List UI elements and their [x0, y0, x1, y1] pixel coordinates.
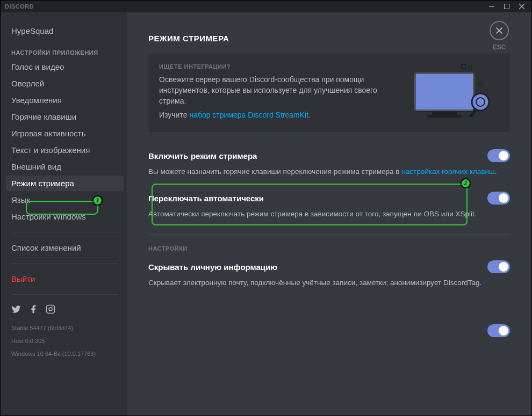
sidebar-item-language[interactable]: Язык: [6, 192, 124, 208]
sidebar-item-keybinds[interactable]: Горячие клавиши: [6, 109, 124, 125]
keybind-settings-link[interactable]: настройках горячих клавиш: [401, 167, 495, 176]
promo-heading: ИЩЕТЕ ИНТЕГРАЦИИ?: [159, 63, 397, 70]
section-divider: [148, 234, 510, 235]
setting-auto-toggle: Переключать автоматически Автоматически …: [148, 192, 510, 219]
setting-title: Переключать автоматически: [148, 194, 264, 203]
promo-text: ИЩЕТЕ ИНТЕГРАЦИИ? Освежите сервер вашего…: [159, 63, 397, 122]
promo-link-suffix: .: [308, 111, 311, 119]
promo-link[interactable]: набор стримера Discord StreamKit: [189, 111, 308, 119]
main-panel: РЕЖИМ СТРИМЕРА ИЩЕТЕ ИНТЕГРАЦИИ? Освежит…: [127, 12, 531, 415]
svg-rect-8: [427, 115, 462, 118]
promo-illustration: [408, 63, 499, 122]
content: HypeSquad НАСТРОЙКИ ПРИЛОЖЕНИЯ Голос и в…: [1, 12, 531, 415]
svg-rect-0: [489, 6, 494, 7]
sidebar-item-overlay[interactable]: Оверлей: [6, 76, 124, 91]
page-title: РЕЖИМ СТРИМЕРА: [148, 34, 510, 43]
close-button[interactable]: [514, 1, 529, 12]
svg-rect-1: [505, 4, 509, 9]
sidebar-socials: [6, 302, 124, 322]
close-icon: [490, 21, 509, 40]
svg-rect-7: [432, 112, 457, 115]
promo-box: ИЩЕТЕ ИНТЕГРАЦИИ? Освежите сервер вашего…: [148, 54, 510, 132]
sidebar-item-windows[interactable]: Настройки Windows: [6, 209, 124, 224]
svg-point-9: [472, 93, 489, 111]
svg-rect-12: [469, 67, 471, 69]
svg-point-4: [52, 306, 53, 308]
sidebar-item-hypesquad[interactable]: HypeSquad: [6, 23, 124, 39]
facebook-icon[interactable]: [28, 304, 38, 316]
sidebar-divider: [11, 263, 118, 264]
promo-body: Освежите сервер вашего Discord-сообществ…: [159, 74, 397, 106]
sidebar-item-notifications[interactable]: Уведомления: [6, 92, 124, 108]
sidebar-divider: [11, 294, 118, 295]
twitter-icon[interactable]: [11, 304, 21, 316]
sidebar-header-app: НАСТРОЙКИ ПРИЛОЖЕНИЯ: [6, 40, 124, 59]
sidebar-item-changelog[interactable]: Список изменений: [6, 240, 124, 256]
toggle-auto[interactable]: [487, 192, 510, 205]
esc-label: ESC: [490, 43, 509, 51]
build-info-line2: Host 0.0.305: [6, 334, 124, 347]
build-info-line1: Stable 54477 (6fd3d74): [6, 322, 124, 334]
toggle-hide-personal[interactable]: [487, 260, 510, 273]
sidebar-item-logout[interactable]: Выйти: [6, 271, 124, 287]
sidebar-item-text-images[interactable]: Текст и изображения: [6, 142, 124, 158]
promo-link-prefix: Изучите: [159, 111, 189, 119]
section-header-settings: НАСТРОЙКИ: [148, 245, 510, 252]
minimize-button[interactable]: [484, 1, 499, 12]
setting-desc: Автоматически переключать режим стримера…: [148, 209, 510, 219]
svg-point-3: [49, 308, 52, 311]
sidebar-item-game-activity[interactable]: Игровая активность: [6, 126, 124, 141]
sidebar-item-streamer-mode[interactable]: Режим стримера: [6, 176, 124, 191]
svg-rect-2: [47, 305, 55, 313]
svg-rect-5: [415, 73, 474, 111]
sidebar-divider: [11, 232, 118, 232]
sidebar-item-appearance[interactable]: Внешний вид: [6, 159, 124, 174]
esc-button[interactable]: ESC: [490, 21, 509, 51]
svg-point-13: [479, 82, 482, 85]
setting-partial: [148, 324, 510, 337]
toggle-partial[interactable]: [487, 324, 510, 337]
window-controls: [484, 1, 529, 12]
instagram-icon[interactable]: [46, 304, 55, 316]
setting-hide-personal: Скрывать личную информацию Скрывает элек…: [148, 260, 510, 288]
app-title: DISCORD: [5, 3, 34, 10]
setting-desc: Вы можете назначить горячие клавиши пере…: [148, 166, 510, 177]
build-info-line3: Windows 10 64-Bit (10.0.17763): [6, 347, 124, 360]
setting-title: Скрывать личную информацию: [148, 262, 277, 272]
titlebar: DISCORD: [1, 1, 531, 12]
setting-enable-streamer: Включить режим стримера Вы можете назнач…: [148, 149, 510, 177]
promo-link-line: Изучите набор стримера Discord StreamKit…: [159, 111, 397, 119]
maximize-button[interactable]: [499, 1, 514, 12]
svg-rect-11: [462, 64, 466, 69]
sidebar: HypeSquad НАСТРОЙКИ ПРИЛОЖЕНИЯ Голос и в…: [1, 12, 127, 415]
setting-desc: Скрывает электронную почту, подключённые…: [148, 278, 510, 288]
app-window: DISCORD HypeSquad НАСТРОЙКИ ПРИЛОЖЕНИЯ Г…: [0, 0, 532, 416]
setting-title: Включить режим стримера: [148, 151, 257, 160]
toggle-enable-streamer[interactable]: [487, 149, 510, 162]
sidebar-item-voice[interactable]: Голос и видео: [6, 59, 124, 75]
